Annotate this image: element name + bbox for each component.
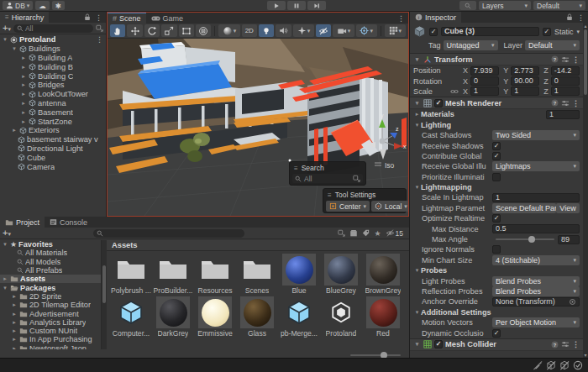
search-pick-icon[interactable] (353, 175, 360, 182)
tree-item[interactable]: ▸Building C (0, 71, 106, 81)
scale-x-field[interactable]: 1 (470, 86, 499, 96)
tree-item[interactable]: ▸StartZone (0, 117, 106, 126)
rotation-z-field[interactable]: 0 (551, 76, 580, 86)
help-icon[interactable]: ? (551, 55, 559, 63)
tree-item[interactable]: Camera (0, 162, 106, 171)
lightmap-parameters-dropdown[interactable]: Scene Default Par▾ (492, 203, 556, 213)
preset-icon[interactable] (561, 55, 570, 64)
mesh-collider-header[interactable]: ▾ ✓ Mesh Collider ? ⋮ (410, 338, 583, 351)
inspector-scrollbar[interactable]: ▴ ▾ (583, 23, 588, 358)
lighting-toggle[interactable] (259, 24, 274, 37)
prefab-disabled-icon[interactable] (546, 360, 556, 370)
expander-icon[interactable]: ▾ (413, 309, 421, 316)
contribute-gi-checkbox[interactable]: ✓ (492, 152, 501, 160)
tree-item[interactable]: All Prefabs (0, 266, 101, 275)
tree-item[interactable]: ▸Exteriors (0, 126, 106, 135)
motion-vectors-dropdown[interactable]: Per Object Motion▾ (492, 317, 580, 327)
expander-icon[interactable]: ▸ (20, 55, 27, 61)
kebab-menu-icon[interactable]: ⋮ (572, 99, 580, 107)
max-angle-slider[interactable] (496, 238, 554, 240)
anchor-override-field[interactable]: None (Transform) (492, 297, 580, 307)
pause-button[interactable] (287, 1, 306, 10)
position-y-field[interactable]: 2.773 (511, 66, 539, 76)
cloud-button[interactable]: ☁ (35, 1, 50, 10)
label-icon[interactable] (362, 229, 370, 237)
gameobject-name-field[interactable]: Cube (3) (441, 27, 539, 36)
drag-handle-icon[interactable]: ≡ (294, 165, 298, 172)
max-distance-field[interactable]: 0.5 (492, 224, 580, 233)
kebab-menu-icon[interactable]: ⋮ (397, 14, 405, 23)
tree-item[interactable]: ▸Building A (0, 54, 106, 63)
gizmos-target-dropdown[interactable]: ▾ (356, 24, 377, 37)
scrollbar-thumb[interactable] (102, 265, 106, 303)
reflection-probes-dropdown[interactable]: Blend Probes▾ (492, 286, 580, 296)
tree-item[interactable]: basement stairway v (0, 135, 106, 144)
assets-breadcrumb[interactable]: Assets (107, 240, 409, 251)
2d-toggle[interactable]: 2D (242, 24, 257, 37)
expander-icon[interactable]: ▾ (413, 56, 421, 63)
expander-icon[interactable]: ▾ (413, 122, 421, 128)
tree-item[interactable]: ▸2D Tilemap Editor (0, 301, 101, 309)
tree-item[interactable]: ▾Buildings (0, 45, 106, 54)
expander-icon[interactable]: ▸ (20, 118, 27, 125)
tree-item[interactable]: All Materials (0, 249, 101, 257)
tab-console[interactable]: Console (45, 217, 92, 228)
expander-icon[interactable]: ▾ (11, 45, 18, 52)
thumbnail-size-slider[interactable] (350, 354, 401, 356)
scale-in-lightmap-field[interactable]: 1 (492, 193, 580, 202)
kebab-menu-icon[interactable]: ⋮ (577, 13, 585, 22)
kebab-menu-icon[interactable]: ⋮ (572, 340, 580, 348)
grid-settings-dropdown[interactable]: ▾ (385, 24, 406, 37)
tree-item[interactable]: ▸Custom NUnit (0, 327, 101, 335)
rotate-tool[interactable] (144, 24, 160, 37)
expander-icon[interactable]: ▸ (20, 73, 27, 80)
transform-tool[interactable] (196, 24, 211, 37)
view-hand-tool[interactable] (110, 24, 125, 37)
lock-icon[interactable] (566, 13, 573, 21)
asset-item[interactable]: Polybrush ... (110, 254, 152, 295)
create-asset-button[interactable]: +▾ (3, 228, 11, 238)
expander-icon[interactable]: ▾ (413, 267, 421, 274)
asset-item[interactable]: Scenes (236, 254, 278, 295)
cast-shadows-dropdown[interactable]: Two Sided▾ (492, 130, 580, 140)
expander-icon[interactable]: ▾ (413, 341, 421, 348)
expander-icon[interactable]: ▸ (413, 111, 421, 118)
tree-item-assets[interactable]: ▸Assets (0, 275, 101, 283)
layer-dropdown[interactable]: Default▾ (525, 40, 580, 50)
tree-item[interactable]: Directional Light (0, 144, 106, 154)
scene-viewport[interactable]: y z x Iso ≡Search All ≡T (108, 39, 408, 216)
asset-item[interactable]: Resources (194, 254, 236, 295)
move-tool[interactable] (127, 24, 142, 37)
expander-icon[interactable]: ▾ (413, 184, 421, 191)
kebab-menu-icon[interactable]: ⋮ (96, 35, 106, 44)
asset-item[interactable]: Emmissive (194, 296, 236, 338)
object-picker-icon[interactable] (569, 298, 576, 306)
project-search-input[interactable] (93, 229, 244, 238)
prioritize-checkbox[interactable] (492, 173, 501, 181)
drag-handle-icon[interactable]: ≡ (328, 191, 332, 199)
tree-item[interactable]: All Models (0, 258, 101, 266)
expander-icon[interactable]: ▸ (20, 100, 27, 107)
tool-settings-overlay[interactable]: ≡Tool Settings Center▾ Local▾ (323, 188, 407, 213)
mesh-renderer-header[interactable]: ▾ ✓ Mesh Renderer ? ⋮ (410, 97, 583, 109)
dynamic-occlusion-checkbox[interactable]: ✓ (492, 329, 501, 338)
constrain-proportions-icon[interactable] (450, 87, 459, 96)
asset-item[interactable]: Computer... (110, 296, 152, 338)
check-circle-icon[interactable] (573, 360, 583, 370)
scene-search-overlay[interactable]: ≡Search All (289, 161, 366, 186)
expander-icon[interactable]: ▸ (20, 81, 27, 88)
tree-item[interactable]: ▸LookOutTower (0, 90, 106, 99)
services-button[interactable]: ✱ (52, 1, 65, 10)
tree-item-packages[interactable]: ▾Packages (0, 283, 101, 291)
search-button[interactable] (459, 1, 476, 10)
scrollbar-thumb[interactable] (584, 29, 587, 95)
kebab-menu-icon[interactable]: ⋮ (95, 13, 102, 22)
tree-item-protoland[interactable]: ▾Protoland⋮ (0, 35, 106, 45)
scale-tool[interactable] (161, 24, 176, 37)
search-pick-icon[interactable] (96, 24, 103, 32)
layers-dropdown[interactable]: Layers▾ (479, 1, 531, 10)
asset-item[interactable]: Glass (236, 296, 278, 338)
optimize-realtime-checkbox[interactable]: ✓ (492, 214, 501, 223)
slider-knob[interactable] (528, 236, 535, 243)
search-by-type-icon[interactable] (338, 229, 345, 237)
